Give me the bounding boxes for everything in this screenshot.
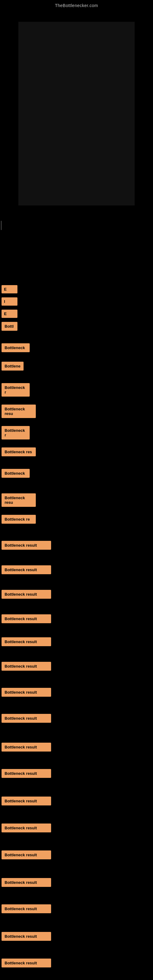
bottleneck-result-item: Bottl: [2, 322, 18, 331]
bottleneck-result-item: Bottleneck result: [2, 637, 51, 646]
bottleneck-item: I: [2, 298, 18, 305]
bottleneck-result-item: Bottleneck re: [2, 515, 36, 524]
bottleneck-item: E: [2, 285, 18, 293]
bottleneck-result-item: Bottleneck: [2, 469, 30, 478]
bottleneck-result-item: Bottleneck result: [2, 904, 51, 913]
bottleneck-result-item: Bottleneck result: [2, 714, 51, 723]
bottleneck-result-item: Bottlene: [2, 362, 24, 371]
bottleneck-result-item: Bottleneck result: [2, 688, 51, 697]
bottleneck-result-item: Bottleneck r: [2, 426, 30, 439]
bottleneck-result-item: Bottleneck result: [2, 824, 51, 832]
bottleneck-result-item: Bottleneck result: [2, 769, 51, 778]
bottleneck-result-item: Bottleneck res: [2, 447, 36, 456]
site-title: TheBottlenecker.com: [0, 0, 153, 10]
bottleneck-result-item: Bottleneck r: [2, 383, 30, 396]
bottleneck-result-item: Bottleneck result: [2, 590, 51, 599]
bottleneck-result-item: Bottleneck result: [2, 850, 51, 859]
bottleneck-result-item: Bottleneck result: [2, 565, 51, 574]
vertical-line: [1, 221, 2, 230]
bottleneck-result-item: Bottleneck resu: [2, 493, 36, 507]
bottleneck-result-item: Bottleneck result: [2, 878, 51, 887]
bottleneck-result-item: Bottleneck result: [2, 932, 51, 941]
chart-inner: [18, 22, 135, 205]
bottleneck-result-item: Bottleneck result: [2, 797, 51, 805]
chart-area: [0, 10, 153, 218]
bottleneck-result-item: Bottleneck result: [2, 614, 51, 623]
bottleneck-item: E: [2, 310, 18, 318]
bottleneck-result-item: Bottleneck result: [2, 743, 51, 751]
bottleneck-result-item: Bottleneck result: [2, 959, 51, 967]
bottleneck-result-item: Bottleneck resu: [2, 404, 36, 418]
bottleneck-result-item: Bottleneck result: [2, 541, 51, 550]
bottleneck-result-item: Bottleneck result: [2, 662, 51, 671]
bottleneck-result-item: Bottleneck: [2, 343, 30, 352]
